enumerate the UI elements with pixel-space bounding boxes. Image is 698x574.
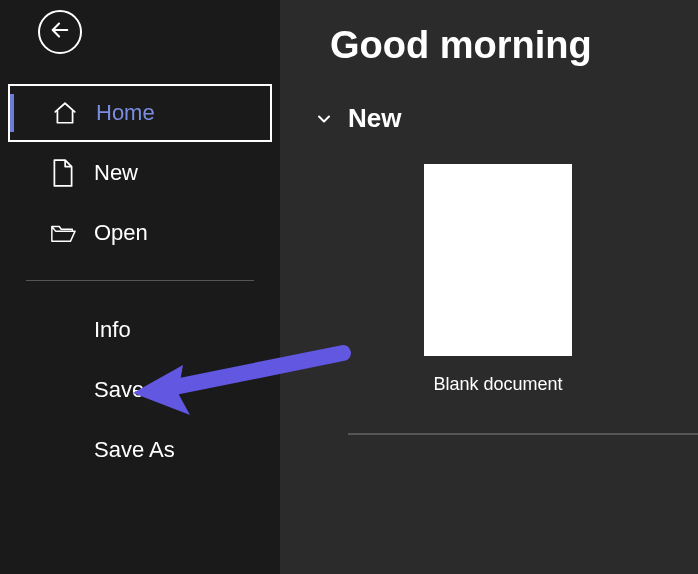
sidebar: Home New Open Info Save Save As (0, 0, 280, 574)
template-blank-document[interactable]: Blank document (424, 164, 572, 395)
sidebar-item-label: New (94, 160, 138, 186)
sidebar-item-label: Home (96, 100, 155, 126)
back-button[interactable] (38, 10, 82, 54)
sidebar-item-label: Save As (94, 437, 175, 463)
main-area: Good morning New Blank document (280, 0, 698, 574)
section-new-header[interactable]: New (314, 103, 698, 134)
sidebar-item-label: Save (94, 377, 144, 403)
home-icon (52, 100, 78, 126)
sidebar-item-open[interactable]: Open (8, 204, 272, 262)
sidebar-item-home[interactable]: Home (8, 84, 272, 142)
sidebar-divider (26, 280, 254, 281)
back-arrow-icon (49, 19, 71, 45)
sidebar-item-info[interactable]: Info (8, 301, 272, 359)
sidebar-item-save-as[interactable]: Save As (8, 421, 272, 479)
section-new-label: New (348, 103, 401, 134)
sidebar-item-new[interactable]: New (8, 144, 272, 202)
sidebar-item-label: Info (94, 317, 131, 343)
template-label: Blank document (433, 374, 562, 395)
template-thumbnail (424, 164, 572, 356)
sidebar-item-save[interactable]: Save (8, 361, 272, 419)
greeting-title: Good morning (330, 24, 698, 67)
main-divider (348, 433, 698, 435)
sidebar-item-label: Open (94, 220, 148, 246)
chevron-down-icon (314, 109, 334, 129)
folder-open-icon (50, 220, 76, 246)
document-icon (50, 160, 76, 186)
